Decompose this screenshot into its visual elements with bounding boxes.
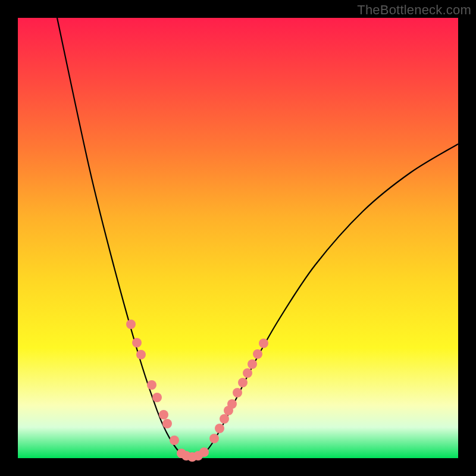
watermark-text: TheBottleneck.com — [357, 2, 471, 18]
data-marker — [220, 414, 229, 424]
data-marker — [152, 393, 162, 402]
data-marker — [132, 338, 142, 347]
chart-svg — [18, 18, 458, 458]
data-marker — [243, 368, 252, 378]
data-marker — [199, 447, 209, 457]
data-marker — [147, 380, 156, 390]
data-marker — [170, 436, 179, 445]
data-marker — [253, 349, 262, 359]
data-marker — [259, 339, 268, 348]
data-marker — [248, 359, 257, 369]
data-marker — [126, 320, 136, 329]
curve-left — [57, 18, 189, 457]
data-marker — [215, 424, 224, 433]
chart-frame: TheBottleneck.com — [0, 0, 476, 476]
data-marker — [233, 388, 242, 397]
marker-group — [126, 320, 268, 462]
data-marker — [209, 434, 219, 443]
plot-area — [18, 18, 458, 458]
data-marker — [159, 410, 168, 419]
data-marker — [227, 399, 237, 409]
data-marker — [136, 350, 146, 359]
data-marker — [238, 378, 248, 387]
data-marker — [162, 419, 172, 428]
